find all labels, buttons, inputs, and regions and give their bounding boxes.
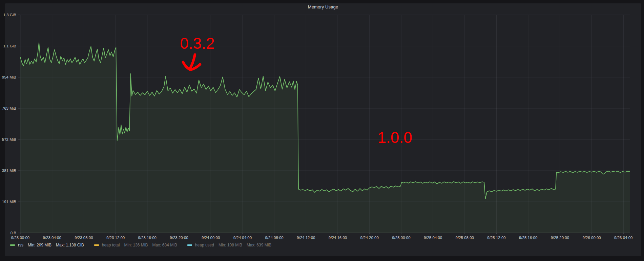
x-axis-label: 9/24 16:00 xyxy=(329,236,347,240)
legend-color-swatch xyxy=(10,244,15,246)
legend-item-heap-total[interactable]: heap totalMin: 136 MiBMax: 684 MiB xyxy=(94,243,177,247)
legend-series-name[interactable]: heap total xyxy=(102,243,120,247)
x-axis-label: 9/24 20:00 xyxy=(360,236,379,240)
x-axis-label: 9/23 20:00 xyxy=(170,236,188,240)
x-axis-label: 9/25 20:00 xyxy=(551,236,569,240)
x-axis-label: 9/23 16:00 xyxy=(138,236,157,240)
x-axis-label: 9/25 04:00 xyxy=(424,236,442,240)
legend-max-value: Max: 639 MiB xyxy=(247,243,271,247)
x-axis-label: 9/25 16:00 xyxy=(519,236,537,240)
x-axis-label: 9/24 12:00 xyxy=(297,236,315,240)
y-axis-label: 763 MiB xyxy=(2,106,17,110)
x-axis-label: 9/26 00:00 xyxy=(582,236,601,240)
legend-min-value: Min: 209 MiB xyxy=(28,243,51,247)
legend-item-heap-used[interactable]: heap usedMin: 108 MiBMax: 639 MiB xyxy=(187,243,271,247)
y-axis-label: 1.1 GiB xyxy=(3,44,17,48)
time-series-chart[interactable]: 0 B191 MiB381 MiB572 MiB763 MiB954 MiB1.… xyxy=(0,0,644,261)
legend: rssMin: 209 MiBMax: 1.138 GiBheap totalM… xyxy=(10,243,271,247)
annotation-text: 0.3.2 xyxy=(180,35,214,52)
grafana-dashboard: Memory Usage 0 B191 MiB381 MiB572 MiB763… xyxy=(0,0,644,261)
y-axis-label: 954 MiB xyxy=(2,75,17,79)
annotation-text: 1.0.0 xyxy=(378,129,412,146)
x-axis-label: 9/25 00:00 xyxy=(392,236,410,240)
x-axis-label: 9/25 12:00 xyxy=(487,236,505,240)
y-axis-label: 572 MiB xyxy=(2,137,17,142)
legend-min-value: Min: 108 MiB xyxy=(219,243,242,247)
legend-item-rss[interactable]: rssMin: 209 MiBMax: 1.138 GiB xyxy=(10,243,84,247)
legend-color-swatch xyxy=(94,244,99,246)
x-axis-label: 9/26 04:00 xyxy=(614,236,632,240)
legend-max-value: Max: 684 MiB xyxy=(152,243,177,247)
y-axis-label: 1.3 GiB xyxy=(3,13,17,17)
x-axis-label: 9/23 04:00 xyxy=(43,236,61,240)
x-axis-label: 9/24 04:00 xyxy=(233,236,252,240)
x-axis-label: 9/23 12:00 xyxy=(106,236,125,240)
y-axis-label: 191 MiB xyxy=(2,200,17,204)
y-axis-label: 381 MiB xyxy=(2,169,17,173)
legend-color-swatch xyxy=(187,244,192,246)
legend-min-value: Min: 136 MiB xyxy=(124,243,148,247)
legend-max-value: Max: 1.138 GiB xyxy=(56,243,84,247)
rss-area-fill xyxy=(20,43,630,233)
annotation-down-arrow xyxy=(183,55,200,70)
x-axis-label: 9/23 08:00 xyxy=(75,236,93,240)
x-axis-label: 9/25 08:00 xyxy=(456,236,474,240)
legend-series-name[interactable]: heap used xyxy=(195,243,214,247)
legend-series-name[interactable]: rss xyxy=(18,243,23,247)
y-axis-label: 0 B xyxy=(11,231,17,235)
x-axis-label: 9/24 08:00 xyxy=(265,236,283,240)
x-axis-label: 9/24 00:00 xyxy=(202,236,220,240)
x-axis-label: 9/23 00:00 xyxy=(11,236,29,240)
